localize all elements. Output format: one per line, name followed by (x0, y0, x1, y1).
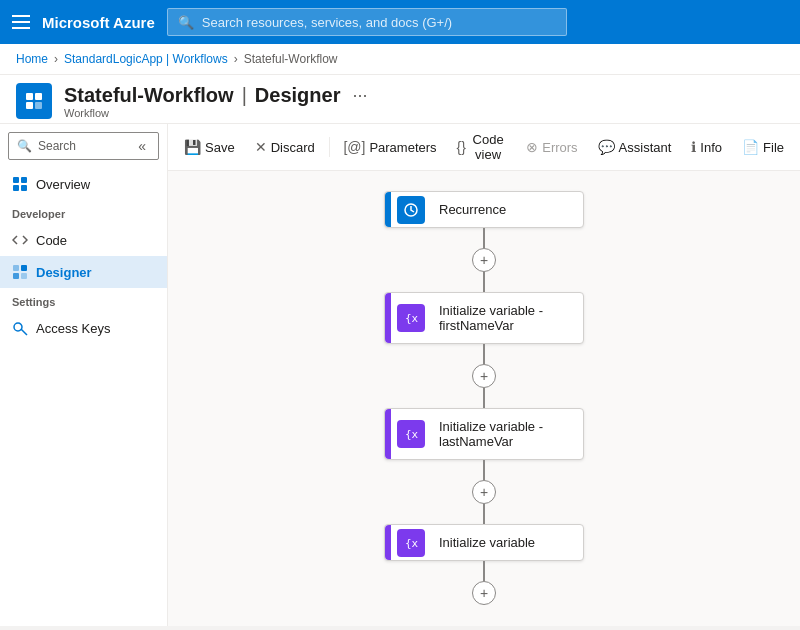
node-initvar-icon-area: {x} (391, 525, 431, 560)
sidebar-item-code[interactable]: Code (0, 224, 167, 256)
right-content: 💾 Save ✕ Discard [@] Parameters {} Code … (168, 124, 800, 626)
file-label: File (763, 140, 784, 155)
svg-text:{x}: {x} (405, 428, 419, 441)
node-init-var-label: Initialize variable (431, 525, 583, 560)
sidebar-item-designer-label: Designer (36, 265, 92, 280)
designer-nav-icon (12, 264, 28, 280)
node-recurrence-icon-area (391, 192, 431, 227)
parameters-label: Parameters (369, 140, 436, 155)
svg-rect-0 (26, 93, 33, 100)
more-options-button[interactable]: ··· (352, 85, 367, 106)
sidebar-item-access-keys[interactable]: Access Keys (0, 312, 167, 344)
toolbar: 💾 Save ✕ Discard [@] Parameters {} Code … (168, 124, 800, 171)
node-wrapper-lastname: {x} Initialize variable - lastNameVar (384, 408, 584, 460)
sidebar-item-designer[interactable]: Designer (0, 256, 167, 288)
connector-line-1b (483, 272, 485, 292)
designer-canvas: Recurrence + { (168, 171, 800, 626)
code-view-icon: {} (457, 139, 466, 155)
sidebar-search[interactable]: 🔍 Search « (8, 132, 159, 160)
info-label: Info (700, 140, 722, 155)
node-wrapper-initvar: {x} Initialize variable (384, 524, 584, 561)
hamburger-menu[interactable] (12, 15, 30, 29)
svg-rect-9 (21, 265, 27, 271)
svg-rect-7 (21, 185, 27, 191)
svg-rect-3 (35, 102, 42, 109)
connector-line-1a (483, 228, 485, 248)
node-init-firstname-label: Initialize variable - firstNameVar (431, 293, 583, 343)
breadcrumb: Home › StandardLogicApp | Workflows › St… (0, 44, 800, 75)
overview-icon (12, 176, 28, 192)
node-lastname-icon-area: {x} (391, 409, 431, 459)
node-recurrence[interactable]: Recurrence (384, 191, 584, 228)
save-button[interactable]: 💾 Save (176, 135, 243, 159)
code-view-button[interactable]: {} Code view (449, 128, 515, 166)
assistant-icon: 💬 (598, 139, 615, 155)
connector-4: + (472, 561, 496, 605)
resource-type: Workflow (64, 107, 367, 119)
page-title: Stateful-Workflow (64, 84, 234, 107)
recurrence-icon (397, 196, 425, 224)
parameters-button[interactable]: [@] Parameters (335, 135, 444, 159)
connector-line-2a (483, 344, 485, 364)
save-icon: 💾 (184, 139, 201, 155)
svg-rect-1 (35, 93, 42, 100)
svg-rect-10 (13, 273, 19, 279)
connector-line-3b (483, 504, 485, 524)
sidebar-section-developer: Developer (0, 200, 167, 224)
top-nav: Microsoft Azure 🔍 Search resources, serv… (0, 0, 800, 44)
node-init-var[interactable]: {x} Initialize variable (384, 524, 584, 561)
variable-icon-3: {x} (397, 529, 425, 557)
add-button-4[interactable]: + (472, 581, 496, 605)
global-search[interactable]: 🔍 Search resources, services, and docs (… (167, 8, 567, 36)
toolbar-divider-1 (329, 137, 330, 157)
errors-button[interactable]: ⊗ Errors (518, 135, 585, 159)
sidebar-item-code-label: Code (36, 233, 67, 248)
page-header: Stateful-Workflow | Designer ··· Workflo… (0, 75, 800, 124)
node-init-lastname-label: Initialize variable - lastNameVar (431, 409, 583, 459)
svg-text:{x}: {x} (405, 537, 419, 550)
code-icon (12, 232, 28, 248)
keys-icon (12, 320, 28, 336)
assistant-button[interactable]: 💬 Assistant (590, 135, 680, 159)
add-button-3[interactable]: + (472, 480, 496, 504)
info-icon: ℹ (691, 139, 696, 155)
svg-rect-6 (13, 185, 19, 191)
svg-rect-4 (13, 177, 19, 183)
add-button-1[interactable]: + (472, 248, 496, 272)
add-button-2[interactable]: + (472, 364, 496, 388)
errors-icon: ⊗ (526, 139, 538, 155)
parameters-icon: [@] (343, 139, 365, 155)
discard-label: Discard (271, 140, 315, 155)
azure-logo: Microsoft Azure (42, 14, 155, 31)
node-init-firstname[interactable]: {x} Initialize variable - firstNameVar (384, 292, 584, 344)
search-icon: 🔍 (178, 15, 194, 30)
connector-2: + (472, 344, 496, 408)
svg-text:{x}: {x} (405, 312, 419, 325)
workflow-icon (16, 83, 52, 119)
sidebar-item-overview[interactable]: Overview (0, 168, 167, 200)
discard-button[interactable]: ✕ Discard (247, 135, 323, 159)
file-button[interactable]: 📄 File (734, 135, 792, 159)
variable-icon-1: {x} (397, 304, 425, 332)
node-firstname-icon-area: {x} (391, 293, 431, 343)
title-separator: | (242, 84, 247, 107)
page-header-text: Stateful-Workflow | Designer ··· Workflo… (64, 84, 367, 119)
node-wrapper-recurrence: Recurrence (384, 191, 584, 228)
sidebar-collapse-btn[interactable]: « (134, 136, 150, 156)
connector-line-4a (483, 561, 485, 581)
breadcrumb-home[interactable]: Home (16, 52, 48, 66)
info-button[interactable]: ℹ Info (683, 135, 730, 159)
save-label: Save (205, 140, 235, 155)
code-view-label: Code view (470, 132, 506, 162)
breadcrumb-logic-app[interactable]: StandardLogicApp | Workflows (64, 52, 228, 66)
sidebar-section-settings: Settings (0, 288, 167, 312)
node-wrapper-firstname: {x} Initialize variable - firstNameVar (384, 292, 584, 344)
sidebar-item-access-keys-label: Access Keys (36, 321, 110, 336)
connector-1: + (472, 228, 496, 292)
errors-label: Errors (542, 140, 577, 155)
connector-3: + (472, 460, 496, 524)
svg-rect-5 (21, 177, 27, 183)
node-init-lastname[interactable]: {x} Initialize variable - lastNameVar (384, 408, 584, 460)
connector-line-2b (483, 388, 485, 408)
assistant-label: Assistant (619, 140, 672, 155)
